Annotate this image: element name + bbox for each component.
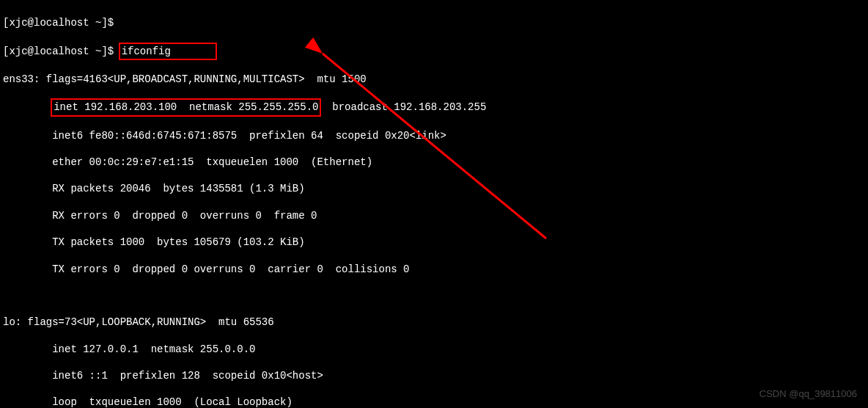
ens33-inet-boxed: inet 192.168.203.100 netmask 255.255.255… — [54, 101, 318, 113]
ens33-inet-rest: broadcast 192.168.203.255 — [320, 101, 486, 113]
terminal-output[interactable]: [xjc@localhost ~]$ [xjc@localhost ~]$ if… — [3, 3, 865, 408]
ens33-rx-errors: RX errors 0 dropped 0 overruns 0 frame 0 — [3, 209, 865, 222]
lo-header: lo: flags=73<UP,LOOPBACK,RUNNING> mtu 65… — [3, 316, 865, 329]
command-highlight-box: ifconfig — [119, 43, 217, 60]
ens33-inet6: inet6 fe80::646d:6745:671:8575 prefixlen… — [3, 129, 865, 142]
ens33-header: ens33: flags=4163<UP,BROADCAST,RUNNING,M… — [3, 73, 865, 86]
blank-line — [3, 289, 865, 302]
prompt-text: [xjc@localhost ~]$ — [3, 17, 114, 29]
command-line: [xjc@localhost ~]$ ifconfig — [3, 43, 865, 59]
command-text: ifconfig — [122, 45, 171, 57]
lo-loop: loop txqueuelen 1000 (Local Loopback) — [3, 396, 865, 408]
ens33-tx-packets: TX packets 1000 bytes 105679 (103.2 KiB) — [3, 236, 865, 249]
ens33-rx-packets: RX packets 20046 bytes 1435581 (1.3 MiB) — [3, 182, 865, 195]
prompt-line-1: [xjc@localhost ~]$ — [3, 16, 865, 29]
lo-inet6: inet6 ::1 prefixlen 128 scopeid 0x10<hos… — [3, 369, 865, 382]
ens33-inet-line: inet 192.168.203.100 netmask 255.255.255… — [3, 99, 865, 115]
prompt-text: [xjc@localhost ~]$ — [3, 45, 114, 57]
ens33-tx-errors: TX errors 0 dropped 0 overruns 0 carrier… — [3, 263, 865, 276]
lo-inet: inet 127.0.0.1 netmask 255.0.0.0 — [3, 343, 865, 356]
inet-highlight-box: inet 192.168.203.100 netmask 255.255.255… — [51, 98, 321, 116]
watermark-text: CSDN @qq_39811006 — [760, 388, 857, 401]
ens33-ether: ether 00:0c:29:e7:e1:15 txqueuelen 1000 … — [3, 156, 865, 169]
